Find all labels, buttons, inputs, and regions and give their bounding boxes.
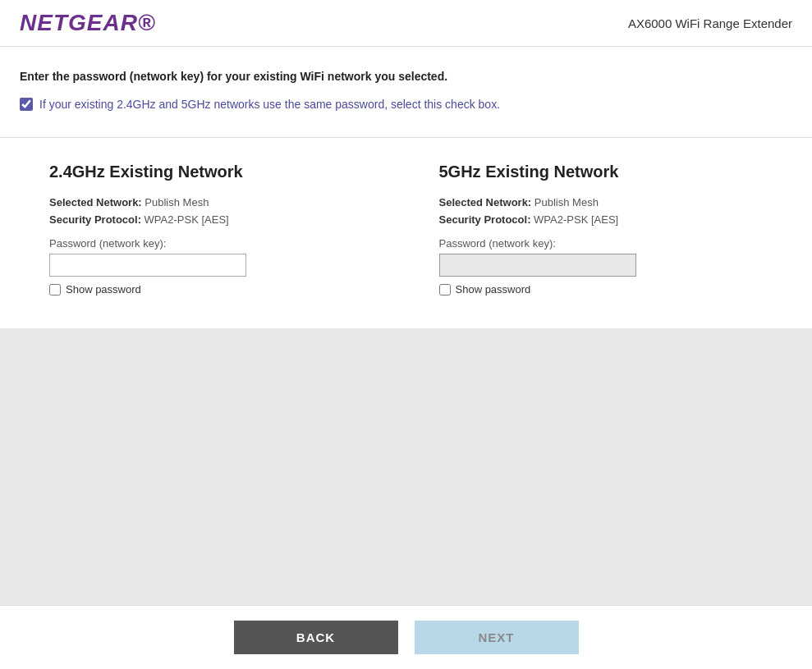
security-protocol-5ghz: Security Protocol: WPA2-PSK [AES] [439,213,764,226]
password-input-24ghz[interactable] [49,254,246,277]
next-button[interactable]: NEXT [415,621,579,654]
selected-network-label-24ghz: Selected Network: [49,196,142,208]
selected-network-5ghz: Selected Network: Publish Mesh [439,196,764,208]
show-password-row-5ghz: Show password [439,283,764,296]
networks-section: 2.4GHz Existing Network Selected Network… [0,138,812,328]
footer: BACK NEXT [0,605,812,669]
netgear-logo: NETGEAR® [20,10,156,36]
device-name: AX6000 WiFi Range Extender [628,16,792,30]
selected-network-value-5ghz: Publish Mesh [534,196,599,208]
back-button[interactable]: BACK [234,621,398,654]
instruction-text: Enter the password (network key) for you… [20,70,792,83]
password-input-5ghz[interactable] [439,254,636,277]
main-content: Enter the password (network key) for you… [0,47,812,138]
show-password-checkbox-24ghz[interactable] [49,284,61,296]
selected-network-label-5ghz: Selected Network: [439,196,532,208]
security-protocol-label-24ghz: Security Protocol: [49,213,141,226]
same-password-checkbox[interactable] [20,98,33,111]
network-panel-5ghz: 5GHz Existing Network Selected Network: … [439,163,764,296]
show-password-label-24ghz[interactable]: Show password [66,283,141,296]
header: NETGEAR® AX6000 WiFi Range Extender [0,0,812,47]
network-panel-24ghz: 2.4GHz Existing Network Selected Network… [49,163,374,296]
security-protocol-value-5ghz: WPA2-PSK [AES] [534,213,618,226]
network-title-24ghz: 2.4GHz Existing Network [49,163,374,181]
same-password-row: If your existing 2.4GHz and 5GHz network… [20,98,792,111]
security-protocol-24ghz: Security Protocol: WPA2-PSK [AES] [49,213,374,226]
password-label-5ghz: Password (network key): [439,237,764,250]
security-protocol-label-5ghz: Security Protocol: [439,213,531,226]
selected-network-value-24ghz: Publish Mesh [145,196,209,208]
show-password-label-5ghz[interactable]: Show password [456,283,531,296]
show-password-checkbox-5ghz[interactable] [439,284,451,296]
gray-area [0,328,812,605]
password-label-24ghz: Password (network key): [49,237,374,250]
same-password-label[interactable]: If your existing 2.4GHz and 5GHz network… [39,98,500,111]
security-protocol-value-24ghz: WPA2-PSK [AES] [145,213,229,226]
selected-network-24ghz: Selected Network: Publish Mesh [49,196,374,208]
show-password-row-24ghz: Show password [49,283,374,296]
network-title-5ghz: 5GHz Existing Network [439,163,764,181]
